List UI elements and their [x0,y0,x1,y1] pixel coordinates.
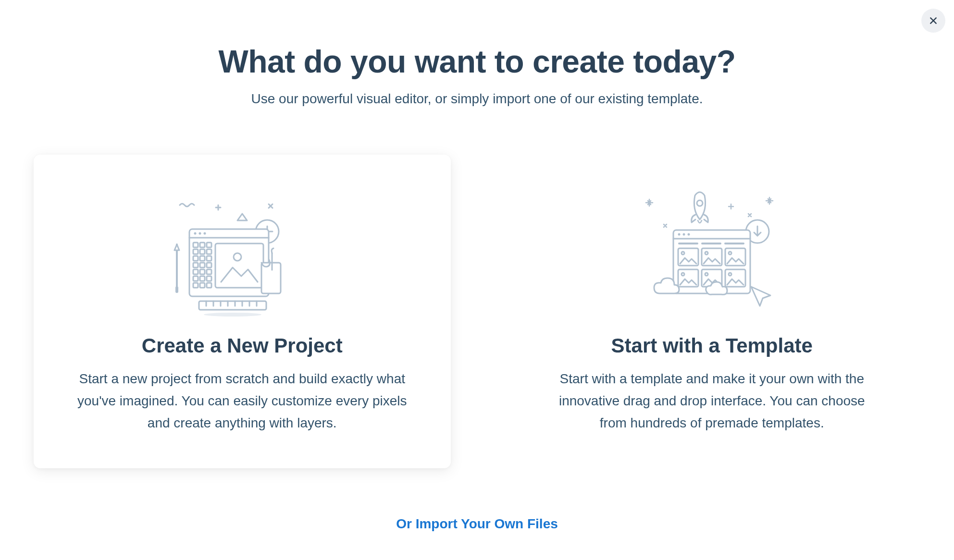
options-row: Create a New Project Start a new project… [0,155,954,468]
option-card-new-project[interactable]: Create a New Project Start a new project… [34,155,451,468]
card-title-template: Start with a Template [547,334,878,357]
new-project-illustration [77,183,408,323]
card-description-template: Start with a template and make it your o… [547,368,878,435]
close-button[interactable] [921,9,945,33]
svg-point-5 [194,232,196,235]
svg-point-6 [198,232,201,235]
svg-point-47 [678,233,681,236]
svg-rect-31 [261,263,281,293]
import-files-link[interactable]: Or Import Your Own Files [396,516,558,532]
card-title-new-project: Create a New Project [77,334,408,357]
card-description-new-project: Start a new project from scratch and bui… [77,368,408,435]
template-illustration [547,183,878,323]
page-subtitle: Use our powerful visual editor, or simpl… [251,91,703,107]
svg-point-42 [204,313,261,317]
option-card-template[interactable]: Start with a Template Start with a templ… [504,155,921,468]
close-icon [928,15,939,26]
main-container: What do you want to create today? Use ou… [0,0,954,532]
page-title: What do you want to create today? [218,43,735,80]
svg-point-49 [688,233,690,236]
svg-point-48 [683,233,685,236]
svg-point-7 [203,232,206,235]
